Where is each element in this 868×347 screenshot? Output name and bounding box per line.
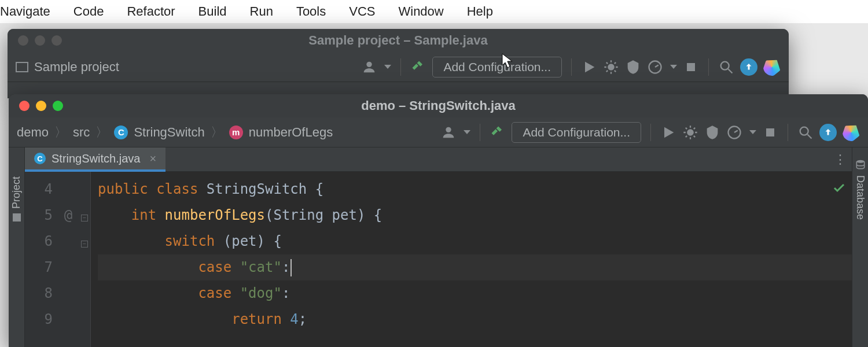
project-icon [16,62,28,72]
toolbar: demo 〉 src 〉 C StringSwitch 〉 m numberOf… [9,117,868,147]
tab-label: StringSwitch.java [52,152,140,165]
menu-tools[interactable]: Tools [296,4,326,19]
minimize-icon[interactable] [35,35,45,46]
close-icon[interactable] [18,35,28,46]
traffic-lights[interactable] [9,101,63,111]
fold-gutter[interactable]: − − [78,172,91,347]
coverage-icon[interactable] [625,59,641,75]
run-icon[interactable] [660,124,676,141]
chevron-down-icon[interactable] [384,65,391,69]
menu-window[interactable]: Window [398,4,443,19]
stop-icon[interactable] [762,124,778,141]
menu-code[interactable]: Code [73,4,104,19]
svg-point-5 [446,127,451,132]
stop-icon[interactable] [683,59,699,75]
chevron-right-icon: 〉 [54,124,67,141]
space-icon[interactable] [760,55,784,79]
svg-point-10 [856,160,864,163]
left-tool-stripe[interactable]: Project [9,147,25,347]
breadcrumb: demo 〉 src 〉 C StringSwitch 〉 m numberOf… [17,124,333,141]
breadcrumb-folder[interactable]: src [73,125,90,140]
update-icon[interactable] [740,58,757,76]
hammer-icon[interactable] [410,59,426,75]
editor-tabs: C StringSwitch.java × ⋮ [25,147,852,172]
close-icon[interactable] [19,101,30,111]
database-icon[interactable] [855,159,866,171]
chevron-right-icon: 〉 [95,124,108,141]
svg-point-9 [800,127,808,135]
window-sample-project: Sample project – Sample.java Sample proj… [8,29,789,98]
debug-icon[interactable] [603,59,619,75]
breadcrumb-method[interactable]: numberOfLegs [249,125,333,140]
traffic-lights[interactable] [8,35,62,46]
menu-help[interactable]: Help [467,4,493,19]
fold-handle-icon[interactable]: − [81,241,88,248]
code-text[interactable]: public class StringSwitch { int numberOf… [91,172,852,347]
toolbar: Sample project Add Configuration... [8,52,789,82]
menu-refactor[interactable]: Refactor [127,4,175,19]
hammer-icon[interactable] [490,124,506,141]
user-icon[interactable] [361,59,377,75]
divider [650,124,651,141]
menu-vcs[interactable]: VCS [349,4,375,19]
class-icon: C [34,153,46,164]
add-configuration-button[interactable]: Add Configuration... [432,57,562,77]
method-icon: m [229,125,243,139]
titlebar[interactable]: Sample project – Sample.java [8,29,789,52]
editor-area: Project C StringSwitch.java × ⋮ 456789 @ [9,147,868,347]
user-icon[interactable] [440,124,457,141]
svg-point-0 [367,61,372,67]
space-icon[interactable] [839,120,863,145]
window-title: demo – StringSwitch.java [9,98,868,113]
divider [788,124,788,141]
window-title: Sample project – Sample.java [8,33,789,48]
window-demo: demo – StringSwitch.java demo 〉 src 〉 C … [9,94,868,347]
tab-options-icon[interactable]: ⋮ [829,147,852,172]
svg-point-4 [721,61,729,69]
menu-run[interactable]: Run [250,4,273,19]
breadcrumb-class[interactable]: StringSwitch [134,125,204,140]
text-caret [290,259,292,276]
zoom-icon[interactable] [53,101,63,111]
run-icon[interactable] [581,59,597,75]
search-icon[interactable] [797,124,814,141]
divider [480,124,480,141]
line-number-gutter: 456789 [25,172,58,347]
zoom-icon[interactable] [52,35,62,46]
menu-navigate[interactable]: Navigate [0,4,50,19]
right-tool-stripe[interactable]: Database [852,147,868,347]
minimize-icon[interactable] [36,101,46,111]
project-tool-button[interactable]: Project [10,176,23,209]
profile-icon[interactable] [726,124,742,141]
tab-stringswitch[interactable]: C StringSwitch.java × [25,147,165,172]
svg-point-6 [687,129,694,136]
fold-handle-icon[interactable]: − [81,215,88,222]
profile-icon[interactable] [647,59,663,75]
editor-main: C StringSwitch.java × ⋮ 456789 @ − − [25,147,852,347]
update-icon[interactable] [819,124,837,141]
os-menubar: Navigate Code Refactor Build Run Tools V… [0,0,868,23]
divider [708,58,709,76]
breadcrumb-root[interactable]: demo [17,125,49,140]
marker-gutter: @ [58,172,78,347]
chevron-down-icon[interactable] [464,130,470,134]
divider [400,58,401,76]
database-tool-button[interactable]: Database [854,175,866,220]
svg-rect-8 [766,128,774,136]
search-icon[interactable] [718,59,734,75]
chevron-down-icon[interactable] [749,130,756,134]
class-icon: C [114,125,128,139]
menu-build[interactable]: Build [198,4,227,19]
project-tool-icon[interactable] [13,213,21,222]
add-configuration-button[interactable]: Add Configuration... [512,122,641,143]
code-editor[interactable]: 456789 @ − − public class StringSwitch {… [25,172,852,347]
debug-icon[interactable] [682,124,698,141]
chevron-down-icon[interactable] [670,65,677,69]
coverage-icon[interactable] [704,124,720,141]
project-name[interactable]: Sample project [34,60,119,75]
svg-point-1 [608,64,615,71]
titlebar[interactable]: demo – StringSwitch.java [9,94,868,117]
close-icon[interactable]: × [149,152,156,165]
svg-rect-3 [687,63,695,71]
chevron-right-icon: 〉 [211,124,223,141]
